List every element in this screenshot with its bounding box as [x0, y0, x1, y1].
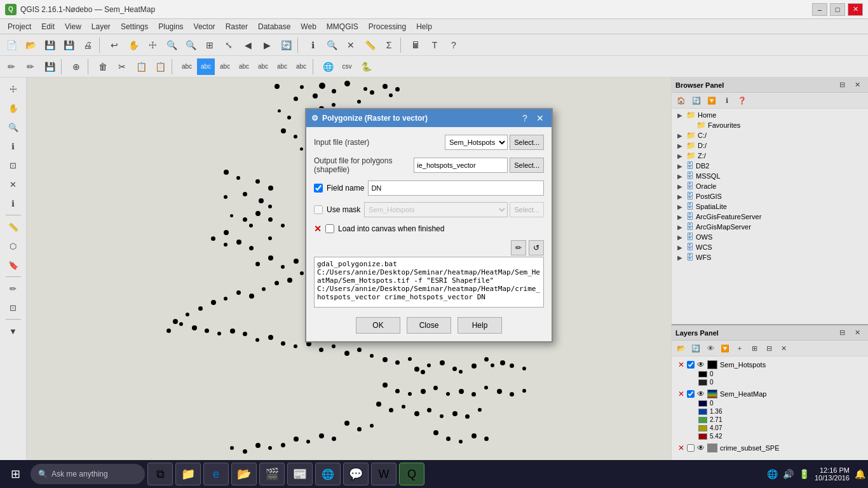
load-canvas-row: ✕ Load into canvas when finished	[314, 224, 544, 234]
battery-icon[interactable]: 🔋	[799, 469, 810, 479]
clock-time: 12:16 PM	[820, 466, 850, 474]
load-canvas-checkbox[interactable]	[325, 224, 334, 233]
media-button[interactable]: 🎬	[259, 463, 285, 485]
use-mask-checkbox[interactable]	[314, 205, 323, 214]
reset-command-button[interactable]: ↺	[529, 240, 544, 255]
output-file-select-button[interactable]: Select...	[510, 158, 544, 173]
dialog-help-icon[interactable]: ?	[519, 112, 531, 124]
search-label: Ask me anything	[51, 470, 108, 478]
start-button[interactable]: ⊞	[3, 463, 28, 485]
use-mask-dropdown[interactable]: Sem_Hotspots	[364, 202, 508, 217]
use-mask-row: Use mask Sem_Hotspots Select...	[314, 202, 544, 217]
clock-date: 10/13/2016	[815, 474, 850, 482]
command-textarea[interactable]: gdal_polygonize.bat C:/Users/annie/Deskt…	[314, 257, 544, 308]
taskview-button[interactable]: ⧉	[147, 463, 173, 485]
field-name-row: Field name	[314, 180, 544, 196]
chrome-button[interactable]: 🌐	[315, 463, 341, 485]
dialog-title-text: Polygonize (Raster to vector)	[322, 114, 428, 123]
input-file-select-button[interactable]: Select...	[510, 135, 544, 150]
dialog-body: Input file (raster) Sem_Hotspots Select.…	[306, 127, 552, 341]
input-file-dropdown[interactable]: Sem_Hotspots	[445, 135, 508, 150]
output-file-input[interactable]	[414, 158, 508, 173]
files-button[interactable]: 📂	[231, 463, 257, 485]
output-file-row: Output file for polygons (shapefile) Sel…	[314, 156, 544, 174]
output-file-select-wrap: Select...	[414, 158, 544, 173]
use-mask-select-button: Select...	[510, 202, 544, 217]
command-row: ✏ ↺ gdal_polygonize.bat C:/Users/annie/D…	[314, 240, 544, 309]
input-file-select-wrap: Sem_Hotspots Select...	[445, 135, 544, 150]
edge-button[interactable]: e	[203, 463, 229, 485]
dialog-overlay: ⚙ Polygonize (Raster to vector) ? ✕ Inpu…	[0, 0, 868, 488]
taskbar-right: 🌐 🔊 🔋 12:16 PM 10/13/2016 🔔	[767, 466, 865, 482]
volume-icon[interactable]: 🔊	[783, 469, 794, 479]
taskbar-clock[interactable]: 12:16 PM 10/13/2016	[815, 466, 850, 482]
taskbar: ⊞ 🔍 Ask me anything ⧉ 📁 e 📂 🎬 📰 🌐 💬 W Q …	[0, 460, 868, 488]
dialog-close-btn2[interactable]: Close	[407, 317, 451, 334]
use-mask-select-wrap: Sem_Hotspots Select...	[364, 202, 544, 217]
polygonize-dialog: ⚙ Polygonize (Raster to vector) ? ✕ Inpu…	[305, 108, 553, 342]
load-canvas-label: Load into canvas when finished	[338, 224, 444, 233]
word-button[interactable]: W	[371, 463, 397, 485]
network-icon[interactable]: 🌐	[767, 469, 778, 479]
field-name-label: Field name	[327, 184, 364, 193]
input-file-row: Input file (raster) Sem_Hotspots Select.…	[314, 135, 544, 150]
use-mask-label: Use mask	[327, 205, 360, 214]
search-bar[interactable]: 🔍 Ask me anything	[31, 464, 145, 484]
search-icon: 🔍	[38, 470, 48, 478]
dialog-title-bar: ⚙ Polygonize (Raster to vector) ? ✕	[306, 109, 552, 127]
chat-button[interactable]: 💬	[343, 463, 369, 485]
output-file-label: Output file for polygons (shapefile)	[314, 156, 410, 174]
input-file-label: Input file (raster)	[314, 138, 441, 147]
dialog-close-button[interactable]: ✕	[534, 112, 546, 124]
news-button[interactable]: 📰	[287, 463, 313, 485]
explorer-button[interactable]: 📁	[175, 463, 201, 485]
edit-command-button[interactable]: ✏	[511, 240, 526, 255]
field-name-input[interactable]	[368, 180, 544, 196]
dialog-qgis-icon: ⚙	[311, 114, 318, 123]
help-button[interactable]: Help	[458, 317, 502, 334]
qgis-taskbar-button[interactable]: Q	[399, 463, 424, 485]
field-name-checkbox[interactable]	[314, 184, 323, 193]
load-canvas-x: ✕	[314, 224, 322, 234]
notification-icon[interactable]: 🔔	[855, 469, 865, 479]
text-area-toolbar: ✏ ↺	[314, 240, 544, 255]
ok-button[interactable]: OK	[356, 317, 400, 334]
dialog-buttons: OK Close Help	[314, 317, 544, 334]
